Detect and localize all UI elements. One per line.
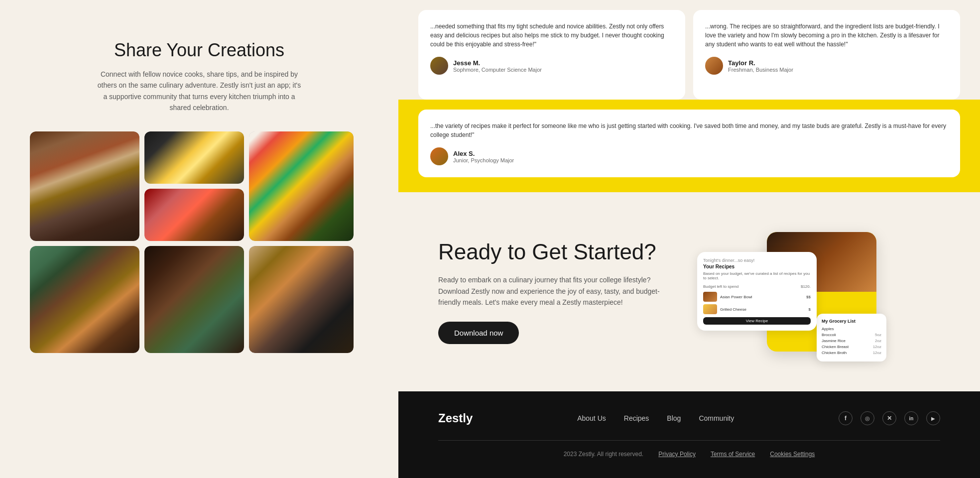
mockup-recipe-name-2: Grilled Cheese xyxy=(720,307,806,312)
footer-link-recipes[interactable]: Recipes xyxy=(624,414,649,422)
right-section: ...needed something that fits my tight s… xyxy=(398,0,980,478)
avatar-jesse xyxy=(430,57,448,75)
footer-top: Zestly About Us Recipes Blog Community f… xyxy=(438,411,940,425)
grocery-qty-2: 5oz xyxy=(875,333,881,337)
footer-link-about-us[interactable]: About Us xyxy=(577,414,606,422)
mockup-recipes-title: Your Recipes xyxy=(703,264,811,269)
footer-divider xyxy=(438,440,940,441)
grocery-qty-3: 2oz xyxy=(875,339,881,343)
mockup-budget-row: Budget left to spend $120. xyxy=(703,284,811,289)
mockup-recipes-sub: Based on your budget, we've curated a li… xyxy=(703,271,811,280)
author-name-2: Taylor R. xyxy=(728,59,793,67)
share-description: Connect with fellow novice cooks, share … xyxy=(95,69,304,114)
grocery-title: My Grocery List xyxy=(822,319,881,324)
food-image-meat xyxy=(144,246,244,353)
grocery-qty-5: 12oz xyxy=(873,351,881,355)
food-image-fish xyxy=(249,246,354,353)
footer-copyright: 2023 Zestly. All right reserved. xyxy=(564,451,644,458)
footer-cookies[interactable]: Cookies Settings xyxy=(770,451,815,458)
food-image-curry xyxy=(144,189,244,241)
youtube-icon[interactable]: ▶ xyxy=(926,411,940,425)
get-started-title: Ready to Get Started? xyxy=(438,239,667,265)
author-info-3: Alex S. Junior, Psychology Major xyxy=(453,150,514,163)
footer-link-community[interactable]: Community xyxy=(699,414,734,422)
get-started-desc: Ready to embark on a culinary journey th… xyxy=(438,274,667,308)
mockup-view-recipe-btn[interactable]: View Recipe xyxy=(703,317,811,325)
linkedin-icon[interactable]: in xyxy=(904,411,918,425)
grocery-qty-4: 12oz xyxy=(873,345,881,349)
footer-privacy[interactable]: Privacy Policy xyxy=(658,451,696,458)
mockup-recipe-price-1: $$ xyxy=(806,295,811,299)
instagram-icon[interactable]: ◎ xyxy=(860,411,874,425)
mockup-recipe-name-1: Asian Power Bowl xyxy=(720,295,803,299)
x-twitter-icon[interactable]: ✕ xyxy=(882,411,896,425)
grocery-name-2: Broccoli xyxy=(822,333,836,337)
mockup-recipe-1: Asian Power Bowl $$ xyxy=(703,292,811,302)
footer-tos[interactable]: Terms of Service xyxy=(711,451,755,458)
grocery-name-4: Chicken Breast xyxy=(822,345,849,349)
food-image-steak xyxy=(30,246,139,353)
author-role-2: Freshman, Business Major xyxy=(728,67,793,73)
grocery-item-2: Broccoli 5oz xyxy=(822,333,881,337)
food-image-egg xyxy=(144,131,244,184)
avatar-taylor xyxy=(705,57,723,75)
footer-bottom: 2023 Zestly. All right reserved. Privacy… xyxy=(438,451,940,458)
mockup-recipe-2: Grilled Cheese $ xyxy=(703,304,811,314)
testimonial-author-1: Jesse M. Sophmore, Computer Science Majo… xyxy=(430,57,673,75)
food-image-pizza xyxy=(30,131,139,241)
author-info-1: Jesse M. Sophmore, Computer Science Majo… xyxy=(453,59,542,73)
mockup-secondary-panel: Tonight's dinner...so easy! Your Recipes… xyxy=(697,252,817,331)
mockup-recipe-price-2: $ xyxy=(809,307,811,312)
testimonial-text-1: ...needed something that fits my tight s… xyxy=(430,22,673,49)
testimonial-author-2: Taylor R. Freshman, Business Major xyxy=(705,57,948,75)
mockup-greeting: Tonight's dinner...so easy! xyxy=(703,258,811,263)
footer-social: f ◎ ✕ in ▶ xyxy=(839,411,940,425)
mockup-budget-left-value: $120. xyxy=(801,284,811,289)
footer-link-blog[interactable]: Blog xyxy=(667,414,681,422)
grocery-item-1: Apples xyxy=(822,327,881,331)
get-started-content: Ready to Get Started? Ready to embark on… xyxy=(438,239,667,345)
testimonial-card-2: ...wrong. The recipes are so straightfor… xyxy=(693,10,960,100)
testimonial-card-3: ...the variety of recipes make it perfec… xyxy=(418,110,960,177)
get-started-section: Ready to Get Started? Ready to embark on… xyxy=(398,192,980,391)
grocery-item-3: Jasmine Rice 2oz xyxy=(822,339,881,343)
food-grid xyxy=(30,131,368,353)
yellow-section: ...the variety of recipes make it perfec… xyxy=(398,100,980,192)
author-info-2: Taylor R. Freshman, Business Major xyxy=(728,59,793,73)
author-name-3: Alex S. xyxy=(453,150,514,157)
testimonial-card-1: ...needed something that fits my tight s… xyxy=(418,10,685,100)
facebook-icon[interactable]: f xyxy=(839,411,853,425)
author-role-1: Sophmore, Computer Science Major xyxy=(453,67,542,73)
download-button[interactable]: Download now xyxy=(438,322,519,344)
author-name-1: Jesse M. xyxy=(453,59,542,67)
grocery-item-5: Chicken Broth 12oz xyxy=(822,351,881,355)
testimonial-author-3: Alex S. Junior, Psychology Major xyxy=(430,147,948,165)
footer: Zestly About Us Recipes Blog Community f… xyxy=(398,391,980,478)
grocery-name-5: Chicken Broth xyxy=(822,351,847,355)
author-role-3: Junior, Psychology Major xyxy=(453,157,514,163)
app-mockup: Budget $450.56 View Breakdown Tonight's … xyxy=(697,222,886,361)
grocery-item-4: Chicken Breast 12oz xyxy=(822,345,881,349)
testimonial-text-2: ...wrong. The recipes are so straightfor… xyxy=(705,22,948,49)
left-section: Share Your Creations Connect with fellow… xyxy=(0,0,398,478)
mockup-recipe-thumb-2 xyxy=(703,304,717,314)
food-image-bowl xyxy=(249,131,354,241)
share-title: Share Your Creations xyxy=(30,40,368,61)
grocery-panel: My Grocery List Apples Broccoli 5oz Jasm… xyxy=(817,314,886,361)
mockup-budget-left-label: Budget left to spend xyxy=(703,284,738,289)
testimonial-text-3: ...the variety of recipes make it perfec… xyxy=(430,121,948,139)
footer-nav: About Us Recipes Blog Community xyxy=(577,414,734,422)
mockup-recipe-thumb-1 xyxy=(703,292,717,302)
grocery-name-1: Apples xyxy=(822,327,834,331)
grocery-name-3: Jasmine Rice xyxy=(822,339,846,343)
avatar-alex xyxy=(430,147,448,165)
footer-logo: Zestly xyxy=(438,411,473,425)
testimonials-area: ...needed something that fits my tight s… xyxy=(398,0,980,100)
